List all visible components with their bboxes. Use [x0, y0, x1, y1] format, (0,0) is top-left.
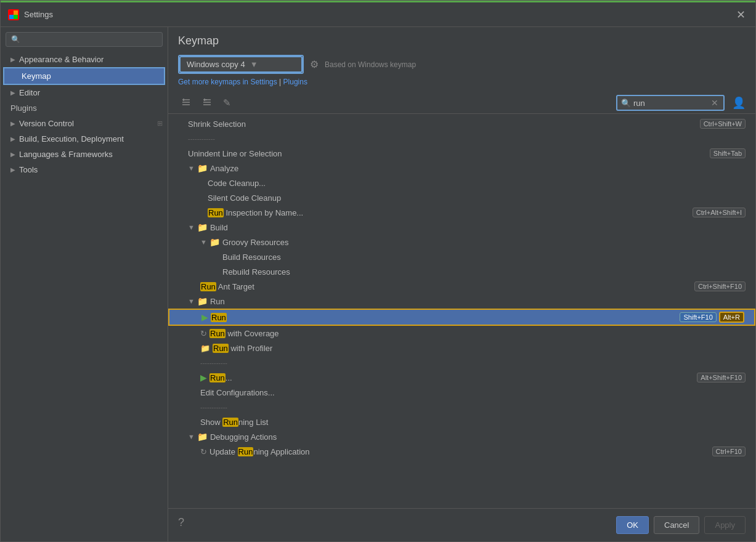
arrow-icon: ▶ — [10, 89, 15, 96]
sidebar-item-label: Plugins — [10, 103, 37, 113]
folder-icon: 📁 — [209, 237, 220, 247]
sidebar-item-appearance[interactable]: ▶ Appearance & Behavior — [1, 52, 168, 67]
main-panel: Keymap Windows copy 4 ▼ ⚙ Based on Windo… — [168, 27, 755, 541]
action-label: Run Ant Target — [200, 282, 689, 291]
main-header: Keymap Windows copy 4 ▼ ⚙ Based on Windo… — [168, 27, 755, 92]
user-keybindings-icon[interactable]: 👤 — [732, 96, 746, 110]
table-row[interactable]: ▼ 📁 Debugging Actions — [168, 429, 755, 444]
sidebar-item-languages[interactable]: ▶ Languages & Frameworks — [1, 147, 168, 162]
action-label: Run — [211, 313, 675, 322]
search-icon: 🔍 — [621, 99, 631, 108]
sidebar-item-label: Version Control — [19, 119, 74, 128]
apply-button[interactable]: Apply — [704, 516, 746, 534]
sidebar-item-keymap[interactable]: Keymap — [4, 68, 164, 84]
expand-all-button[interactable] — [178, 95, 194, 111]
sidebar-search-icon: 🔍 — [11, 35, 20, 44]
highlight-span: Run — [238, 447, 254, 456]
table-row[interactable]: ▼ 📁 Groovy Resources — [168, 235, 755, 249]
sidebar-item-plugins[interactable]: Plugins — [1, 100, 168, 116]
folder-icon: 📁 — [197, 296, 208, 306]
sidebar-search-box[interactable]: 🔍 — [6, 32, 163, 47]
highlight-span: Run — [213, 344, 229, 353]
run-icon: ▶ — [200, 373, 207, 382]
table-row[interactable]: Edit Configurations... — [168, 385, 755, 400]
folder-icon: 📁 — [197, 432, 208, 442]
table-row[interactable]: 📁 Run with Profiler — [168, 341, 755, 355]
sidebar-item-tools[interactable]: ▶ Tools — [1, 162, 168, 177]
sidebar-item-version-control[interactable]: ▶ Version Control ⊞ — [1, 116, 168, 131]
get-more-keymaps-link[interactable]: Get more keymaps in Settings — [178, 78, 277, 86]
highlighted-shortcut-badge: Alt+R — [719, 312, 744, 323]
group-label: Debugging Actions — [210, 432, 746, 442]
keymap-top-bar: Windows copy 4 ▼ ⚙ Based on Windows keym… — [178, 55, 746, 74]
sidebar-item-label: Build, Execution, Deployment — [19, 134, 124, 144]
table-row[interactable]: Run Inspection by Name... Ctrl+Alt+Shift… — [168, 205, 755, 220]
arrow-icon: ▶ — [10, 136, 15, 142]
collapse-arrow-icon: ▼ — [188, 224, 195, 231]
app-icon — [8, 9, 19, 20]
arrow-icon: ▶ — [10, 120, 15, 127]
sidebar-item-label: Languages & Frameworks — [19, 150, 113, 159]
action-label: Rebuild Resources — [222, 267, 746, 277]
action-label: Edit Configurations... — [200, 388, 746, 397]
table-row[interactable]: Run Ant Target Ctrl+Shift+F10 — [168, 279, 755, 294]
collapse-arrow-icon: ▼ — [188, 433, 195, 440]
svg-rect-1 — [14, 10, 18, 15]
cancel-button[interactable]: Cancel — [654, 516, 699, 534]
vcs-indicator: ⊞ — [157, 119, 163, 127]
arrow-icon: ▶ — [10, 166, 15, 173]
list-item: ------------ — [168, 400, 755, 415]
search-clear-button[interactable]: ✕ — [710, 98, 720, 108]
shortcut-badge: Ctrl+F10 — [712, 447, 746, 456]
collapse-all-button[interactable] — [199, 95, 215, 111]
sidebar-item-build[interactable]: ▶ Build, Execution, Deployment — [1, 131, 168, 147]
table-row[interactable]: ▼ 📁 Build — [168, 220, 755, 235]
action-label: Code Cleanup... — [208, 179, 746, 188]
table-row[interactable]: Unindent Line or Selection Shift+Tab — [168, 146, 755, 161]
table-row[interactable]: Rebuild Resources — [168, 264, 755, 279]
keymap-toolbar: ✎ 🔍 ✕ 👤 — [168, 92, 755, 114]
table-row[interactable]: ▶ Run... Alt+Shift+F10 — [168, 370, 755, 385]
table-row[interactable]: ▼ 📁 Run — [168, 294, 755, 309]
edit-shortcut-button[interactable]: ✎ — [220, 95, 234, 110]
table-row[interactable]: Shrink Selection Ctrl+Shift+W — [168, 116, 755, 131]
gear-icon[interactable]: ⚙ — [310, 59, 319, 70]
table-row[interactable]: Show Running List — [168, 415, 755, 429]
group-label: Analyze — [210, 164, 746, 173]
table-row[interactable]: ↻ Update Running Application Ctrl+F10 — [168, 444, 755, 459]
ok-button[interactable]: OK — [616, 516, 649, 534]
separator-label: ------------ — [200, 403, 227, 411]
action-label: Shrink Selection — [188, 119, 695, 129]
refresh-icon: ↻ — [200, 447, 207, 456]
search-input[interactable] — [633, 99, 707, 108]
sidebar-search-input[interactable] — [23, 35, 157, 44]
close-button[interactable]: ✕ — [734, 8, 748, 22]
keymap-tree[interactable]: Shrink Selection Ctrl+Shift+W ----------… — [168, 114, 755, 508]
shortcut-badge: Shift+Tab — [710, 148, 746, 158]
sidebar-item-label: Keymap — [22, 71, 51, 81]
table-row[interactable]: Code Cleanup... — [168, 176, 755, 190]
collapse-arrow-icon: ▼ — [188, 164, 195, 172]
svg-rect-3 — [14, 15, 18, 19]
settings-dialog: Settings ✕ 🔍 ▶ Appearance & Behavior Key… — [0, 0, 756, 542]
table-row[interactable]: ▶ Run Shift+F10 Alt+R — [168, 309, 755, 326]
table-row[interactable]: ↻ Run with Coverage — [168, 326, 755, 341]
sidebar-item-editor[interactable]: ▶ Editor — [1, 85, 168, 100]
action-label: Build Resources — [222, 253, 746, 262]
keymap-dropdown[interactable]: Windows copy 4 ▼ — [179, 56, 303, 73]
list-item: ------------ — [168, 131, 755, 146]
table-row[interactable]: Build Resources — [168, 249, 755, 264]
action-label: Run... — [209, 373, 692, 382]
highlight-span: Run — [208, 208, 224, 217]
list-item: ------------ — [168, 355, 755, 370]
highlight-span: Run — [200, 282, 216, 291]
group-label: Run — [210, 297, 746, 306]
table-row[interactable]: Silent Code Cleanup — [168, 190, 755, 205]
highlight-span: Run — [211, 313, 227, 322]
help-icon[interactable]: ? — [178, 516, 184, 534]
action-label: Unindent Line or Selection — [188, 149, 705, 158]
plugins-link[interactable]: Plugins — [283, 78, 307, 86]
titlebar: Settings ✕ — [1, 2, 755, 27]
table-row[interactable]: ▼ 📁 Analyze — [168, 161, 755, 176]
profiler-icon: 📁 — [200, 344, 210, 353]
